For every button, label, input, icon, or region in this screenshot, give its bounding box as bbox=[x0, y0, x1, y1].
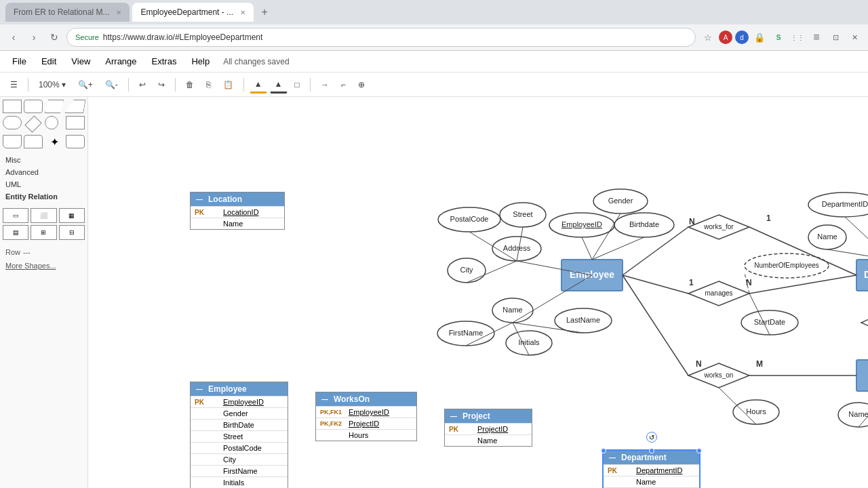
er-shape-4[interactable]: ▤ bbox=[3, 225, 28, 240]
shape-rect-4[interactable] bbox=[64, 100, 86, 113]
resize-handle-tl[interactable] bbox=[601, 448, 606, 453]
employee-row-birthdate[interactable]: BirthDate bbox=[191, 419, 288, 430]
more-shapes-link[interactable]: More Shapes... bbox=[3, 259, 85, 272]
project-row-name[interactable]: Name bbox=[445, 434, 532, 446]
delete-button[interactable]: 🗑 bbox=[181, 76, 199, 94]
menu-help[interactable]: Help bbox=[184, 54, 216, 69]
menu-edit[interactable]: Edit bbox=[35, 54, 63, 69]
close-browser-icon[interactable]: ✕ bbox=[846, 29, 863, 45]
resize-handle-tm[interactable] bbox=[649, 448, 654, 453]
ext-icon-1[interactable]: A bbox=[719, 30, 732, 44]
add-button[interactable]: ⊕ bbox=[353, 76, 370, 94]
employee-row-pk[interactable]: PK EmployeeID bbox=[191, 396, 288, 407]
er-shape-6[interactable]: ⊟ bbox=[59, 225, 85, 240]
project-row-pk[interactable]: PK ProjectID bbox=[445, 423, 532, 434]
tab-1-close[interactable]: ✕ bbox=[116, 9, 121, 16]
employee-row-postal[interactable]: PostalCode bbox=[191, 442, 288, 453]
sidebar-toggle-button[interactable]: ☰ bbox=[5, 76, 22, 94]
department-table[interactable]: ↺ — Department PK DepartmentID Name FK L… bbox=[602, 449, 701, 488]
shape-misc[interactable] bbox=[66, 135, 85, 148]
er-shape-5[interactable]: ⊞ bbox=[31, 225, 56, 240]
location-minimize-icon[interactable]: — bbox=[196, 196, 203, 203]
shape-diamond[interactable] bbox=[24, 115, 41, 132]
ext-icon-4[interactable]: S bbox=[770, 29, 787, 45]
workson-row-hours[interactable]: Hours bbox=[316, 429, 416, 441]
menu-extras[interactable]: Extras bbox=[145, 54, 184, 69]
bookmark-icon[interactable]: ☆ bbox=[700, 29, 716, 45]
back-button[interactable]: ‹ bbox=[5, 29, 22, 45]
ext-icon-5[interactable]: ⋮⋮ bbox=[789, 29, 806, 45]
employee-row-street[interactable]: Street bbox=[191, 430, 288, 442]
connector-button[interactable]: → bbox=[316, 76, 334, 94]
svg-line-61 bbox=[592, 237, 644, 260]
employee-row-gender[interactable]: Gender bbox=[191, 407, 288, 419]
paste-button[interactable]: 📋 bbox=[218, 76, 238, 94]
dept-minimize-icon[interactable]: — bbox=[609, 454, 616, 462]
fill-color-button[interactable]: ▲ bbox=[250, 76, 267, 94]
panel-row-item[interactable]: Row --- bbox=[3, 245, 85, 259]
refresh-button[interactable]: ↻ bbox=[46, 29, 62, 45]
shape-rect-2[interactable] bbox=[24, 100, 43, 113]
project-minimize-icon[interactable]: — bbox=[450, 413, 457, 420]
shape-rect-3[interactable] bbox=[45, 100, 64, 113]
dept-id-field: DepartmentID bbox=[636, 466, 695, 474]
menu-file[interactable]: File bbox=[5, 54, 33, 69]
panel-uml-item[interactable]: UML bbox=[3, 178, 85, 190]
dept-table-title: Department bbox=[621, 453, 667, 462]
new-tab-button[interactable]: + bbox=[256, 4, 273, 20]
shape-star[interactable]: ✦ bbox=[45, 135, 64, 148]
redo-button[interactable]: ↪ bbox=[153, 76, 170, 94]
shape-circle[interactable] bbox=[45, 116, 58, 129]
ext-icon-2[interactable]: d bbox=[735, 30, 749, 44]
er-shape-1[interactable]: ▭ bbox=[3, 208, 28, 223]
shape-rect-1[interactable] bbox=[3, 100, 22, 113]
waypoint-button[interactable]: ⌐ bbox=[336, 76, 351, 94]
dept-row-pk[interactable]: PK DepartmentID bbox=[604, 464, 699, 476]
tab-2[interactable]: EmployeeDepartment - ... ✕ bbox=[132, 3, 254, 22]
panel-advanced-item[interactable]: Advanced bbox=[3, 166, 85, 178]
copy-button[interactable]: ⎘ bbox=[201, 76, 216, 94]
location-table[interactable]: — Location PK LocationID Name bbox=[190, 192, 285, 230]
canvas-area[interactable]: Gender Birthdate EmployeeID PostalCode S… bbox=[88, 97, 868, 488]
er-shape-3[interactable]: ▦ bbox=[59, 208, 85, 223]
ext-icon-3[interactable]: 🔒 bbox=[751, 29, 768, 45]
tab-2-close[interactable]: ✕ bbox=[240, 9, 245, 16]
workson-minimize-icon[interactable]: — bbox=[321, 396, 328, 403]
er-shape-2[interactable]: ⬜ bbox=[31, 208, 56, 223]
employee-birthdate-field: BirthDate bbox=[223, 421, 283, 429]
zoom-in-button[interactable]: 🔍+ bbox=[73, 76, 98, 94]
employee-table[interactable]: — Employee PK EmployeeID Gender BirthDat… bbox=[190, 382, 288, 488]
zoom-select[interactable]: 100% ▾ bbox=[34, 76, 71, 94]
forward-button[interactable]: › bbox=[26, 29, 42, 45]
employee-minimize-icon[interactable]: — bbox=[196, 386, 203, 393]
menu-view[interactable]: View bbox=[64, 54, 97, 69]
resize-handle-tr[interactable] bbox=[696, 448, 702, 453]
location-row-name[interactable]: Name bbox=[191, 218, 284, 229]
panel-misc-item[interactable]: Misc bbox=[3, 154, 85, 166]
employee-row-initials[interactable]: Initials bbox=[191, 476, 288, 488]
shape-rounded[interactable] bbox=[3, 116, 22, 129]
shape-cyl[interactable] bbox=[24, 135, 43, 148]
employee-row-city[interactable]: City bbox=[191, 453, 288, 465]
settings-icon[interactable]: ≡ bbox=[808, 29, 825, 45]
panel-entity-item[interactable]: Entity Relation bbox=[3, 190, 85, 203]
location-table-title: Location bbox=[208, 195, 242, 204]
workson-table[interactable]: — WorksOn PK,FK1 EmployeeID PK,FK2 Proje… bbox=[315, 392, 417, 441]
tab-1[interactable]: From ER to Relational M... ✕ bbox=[5, 3, 130, 22]
resize-icon[interactable]: ⊡ bbox=[827, 29, 844, 45]
project-table[interactable]: — Project PK ProjectID Name bbox=[444, 409, 532, 447]
address-box[interactable]: Secure https://www.draw.io/#LEmployeeDep… bbox=[66, 28, 696, 47]
line-color-button[interactable]: ▲ bbox=[270, 76, 288, 94]
employee-row-firstname[interactable]: FirstName bbox=[191, 465, 288, 476]
rotate-handle[interactable]: ↺ bbox=[646, 432, 657, 443]
dept-row-name[interactable]: Name bbox=[604, 476, 699, 487]
shape-doc[interactable] bbox=[3, 135, 22, 148]
workson-row-projid[interactable]: PK,FK2 ProjectID bbox=[316, 418, 416, 429]
zoom-out-button[interactable]: 🔍- bbox=[100, 76, 123, 94]
location-row-pk[interactable]: PK LocationID bbox=[191, 206, 284, 218]
menu-arrange[interactable]: Arrange bbox=[98, 54, 143, 69]
shadow-button[interactable]: □ bbox=[290, 76, 304, 94]
workson-row-empid[interactable]: PK,FK1 EmployeeID bbox=[316, 406, 416, 418]
undo-button[interactable]: ↩ bbox=[134, 76, 151, 94]
shape-arrow[interactable] bbox=[66, 116, 85, 129]
